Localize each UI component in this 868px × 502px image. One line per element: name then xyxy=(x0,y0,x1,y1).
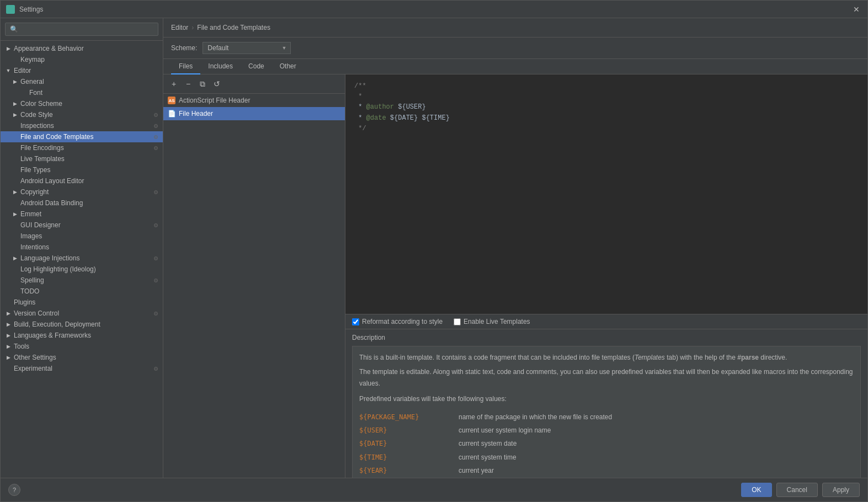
variable-desc: current user system login name xyxy=(459,425,551,436)
tab-code[interactable]: Code xyxy=(241,59,272,74)
sidebar-item-emmet[interactable]: ▶Emmet xyxy=(1,209,163,220)
sidebar-item-label: Code Style xyxy=(20,111,53,119)
sidebar-item-general[interactable]: ▶General xyxy=(1,76,163,87)
sidebar-item-file-types[interactable]: File Types xyxy=(1,164,163,175)
sidebar-item-language-injections[interactable]: ▶Language Injections⚙ xyxy=(1,253,163,264)
arrow-icon: ▶ xyxy=(5,45,12,52)
sidebar-item-images[interactable]: Images xyxy=(1,231,163,242)
add-template-button[interactable]: + xyxy=(168,78,180,90)
reset-template-button[interactable]: ↺ xyxy=(211,78,223,90)
sidebar-item-android-layout-editor[interactable]: Android Layout Editor xyxy=(1,175,163,186)
arrow-icon xyxy=(12,145,18,151)
settings-window: Settings ✕ ▶Appearance & BehaviorKeymap▼… xyxy=(0,0,868,502)
arrow-icon: ▶ xyxy=(5,354,12,361)
sidebar-item-color-scheme[interactable]: ▶Color Scheme xyxy=(1,98,163,109)
close-button[interactable]: ✕ xyxy=(851,4,862,15)
description-text: This is a built-in template. It contains… xyxy=(359,352,854,363)
sidebar-item-file-encodings[interactable]: File Encodings⚙ xyxy=(1,142,163,153)
template-label: File Header xyxy=(179,110,213,118)
sidebar-item-todo[interactable]: TODO xyxy=(1,286,163,297)
sidebar-item-tools[interactable]: ▶Tools xyxy=(1,341,163,352)
cancel-button[interactable]: Cancel xyxy=(776,483,818,497)
live-templates-checkbox[interactable] xyxy=(454,318,461,325)
arrow-icon xyxy=(12,200,18,206)
tab-files[interactable]: Files xyxy=(171,59,200,74)
var-user: ${USER} xyxy=(398,103,425,111)
template-item-file-header[interactable]: 📄File Header xyxy=(163,107,345,120)
sidebar-item-editor[interactable]: ▼Editor xyxy=(1,65,163,76)
sidebar-item-file-and-code-templates[interactable]: File and Code Templates⚙ xyxy=(1,131,163,142)
arrow-icon xyxy=(12,244,18,250)
sidebar-item-copyright[interactable]: ▶Copyright⚙ xyxy=(1,186,163,197)
variable-row: ${USER}current user system login name xyxy=(359,424,854,437)
scheme-select[interactable]: DefaultProject xyxy=(203,42,291,54)
sidebar-item-gui-designer[interactable]: GUI Designer⚙ xyxy=(1,220,163,231)
sidebar-item-log-highlighting[interactable]: Log Highlighting (Ideolog) xyxy=(1,264,163,275)
arrow-icon xyxy=(12,133,18,140)
sidebar-item-label: Android Layout Editor xyxy=(20,177,84,185)
sidebar-item-label: Spelling xyxy=(20,276,44,284)
arrow-icon xyxy=(12,122,18,129)
sidebar-item-label: Keymap xyxy=(20,56,45,63)
arrow-icon: ▶ xyxy=(12,78,18,85)
description-title: Description xyxy=(352,334,861,341)
arrow-icon: ▶ xyxy=(12,100,18,107)
dialog-footer: ? OK Cancel Apply xyxy=(1,478,867,501)
gear-icon: ⚙ xyxy=(153,366,158,372)
sidebar-item-android-data-binding[interactable]: Android Data Binding xyxy=(1,197,163,209)
help-button[interactable]: ? xyxy=(8,484,20,496)
sidebar-item-appearance[interactable]: ▶Appearance & Behavior xyxy=(1,43,163,54)
sidebar-item-version-control[interactable]: ▶Version Control⚙ xyxy=(1,308,163,319)
sidebar-item-inspections[interactable]: Inspections⚙ xyxy=(1,120,163,131)
editor-footer: Reformat according to style Enable Live … xyxy=(345,314,867,329)
sidebar-item-other-settings[interactable]: ▶Other Settings xyxy=(1,352,163,363)
sidebar-item-label: Log Highlighting (Ideolog) xyxy=(20,265,96,273)
variable-name: ${TIME} xyxy=(359,452,448,463)
tab-includes[interactable]: Includes xyxy=(200,59,241,74)
copy-template-button[interactable]: ⧉ xyxy=(196,78,209,90)
code-editor[interactable]: /** * * @author ${USER} * @date ${DATE} … xyxy=(345,74,867,314)
tab-bar: FilesIncludesCodeOther xyxy=(163,59,867,74)
variable-row: ${TIME}current system time xyxy=(359,451,854,464)
template-list: ASActionScript File Header📄File Header xyxy=(163,94,345,478)
app-icon xyxy=(6,5,15,14)
var-date: ${DATE} xyxy=(390,114,418,122)
ok-button[interactable]: OK xyxy=(741,483,771,497)
sidebar-item-spelling[interactable]: Spelling⚙ xyxy=(1,275,163,286)
sidebar-item-label: Language Injections xyxy=(20,254,79,262)
arrow-icon xyxy=(20,89,27,96)
apply-button[interactable]: Apply xyxy=(822,483,860,497)
sidebar-item-experimental[interactable]: Experimental⚙ xyxy=(1,363,163,374)
sidebar-item-label: General xyxy=(20,78,44,86)
sidebar-item-languages-frameworks[interactable]: ▶Languages & Frameworks xyxy=(1,330,163,341)
sidebar-item-label: Tools xyxy=(14,343,29,350)
reformat-checkbox[interactable] xyxy=(352,318,359,325)
sidebar-item-label: Color Scheme xyxy=(20,100,62,108)
search-input[interactable] xyxy=(5,23,158,36)
sidebar-item-live-templates[interactable]: Live Templates xyxy=(1,153,163,164)
variable-desc: current year xyxy=(459,465,494,476)
gear-icon: ⚙ xyxy=(153,123,158,129)
as-icon: AS xyxy=(168,97,175,104)
template-item-actionscript-header[interactable]: ASActionScript File Header xyxy=(163,94,345,107)
template-list-panel: + − ⧉ ↺ ASActionScript File Header📄File … xyxy=(163,74,345,478)
remove-template-button[interactable]: − xyxy=(182,78,194,90)
breadcrumb-separator: › xyxy=(191,24,194,31)
arrow-icon xyxy=(12,156,18,162)
arrow-icon xyxy=(12,288,18,295)
search-box xyxy=(1,18,163,41)
template-toolbar: + − ⧉ ↺ xyxy=(163,74,345,94)
sidebar-item-font[interactable]: Font xyxy=(1,87,163,98)
sidebar-item-label: Languages & Frameworks xyxy=(14,332,91,339)
sidebar-item-label: File and Code Templates xyxy=(20,133,94,141)
code-line-2: * xyxy=(354,92,859,102)
arrow-icon: ▶ xyxy=(5,321,12,328)
tab-other[interactable]: Other xyxy=(272,59,304,74)
sidebar-item-keymap[interactable]: Keymap xyxy=(1,54,163,65)
breadcrumb-parent: Editor xyxy=(171,24,188,31)
sidebar-item-code-style[interactable]: ▶Code Style⚙ xyxy=(1,109,163,120)
sidebar-item-build-execution[interactable]: ▶Build, Execution, Deployment xyxy=(1,319,163,330)
breadcrumb-current: File and Code Templates xyxy=(197,24,270,31)
sidebar-item-intentions[interactable]: Intentions xyxy=(1,242,163,253)
sidebar-item-plugins[interactable]: Plugins xyxy=(1,297,163,308)
